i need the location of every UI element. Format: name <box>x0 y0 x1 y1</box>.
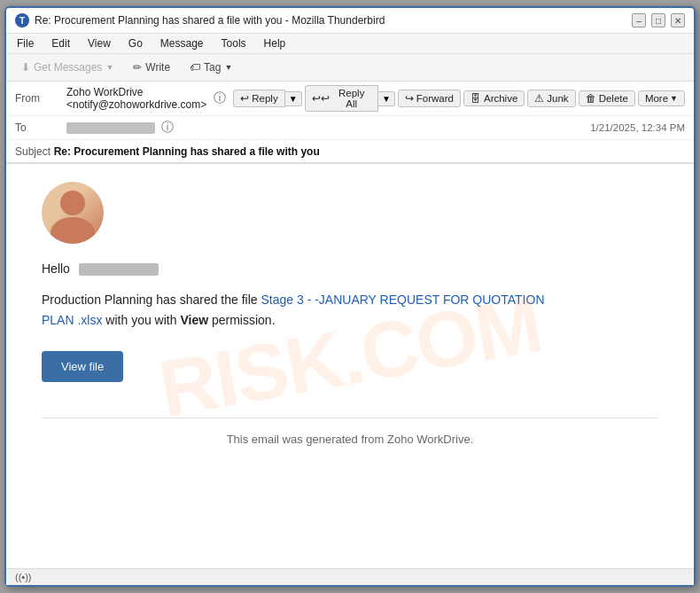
from-row: From Zoho WorkDrive <notify@zohoworkdriv… <box>6 82 694 116</box>
write-button[interactable]: ✏ Write <box>125 58 178 77</box>
menu-bar: File Edit View Go Message Tools Help <box>6 34 694 54</box>
email-header: From Zoho WorkDrive <notify@zohoworkdriv… <box>6 82 694 164</box>
close-button[interactable]: ✕ <box>671 13 685 27</box>
avatar-head <box>60 191 85 215</box>
minimize-button[interactable]: – <box>632 13 646 27</box>
junk-button[interactable]: ⚠ Junk <box>527 90 575 107</box>
app-icon: T <box>15 13 29 27</box>
email-body: RISK.COM Hello Production Planning has s… <box>6 164 694 568</box>
sender-info-icon[interactable]: ⓘ <box>214 90 226 106</box>
connection-icon: ((•)) <box>15 572 32 582</box>
menu-go[interactable]: Go <box>125 35 146 51</box>
subject-value: Re: Procurement Planning has shared a fi… <box>54 145 320 158</box>
subject-label: Subject <box>15 145 51 158</box>
delete-button[interactable]: 🗑 Delete <box>579 90 635 106</box>
from-label: From <box>15 92 59 105</box>
to-row: To ⓘ 1/21/2025, 12:34 PM <box>6 116 694 140</box>
get-messages-arrow-icon: ▼ <box>105 63 113 72</box>
title-bar-left: T Re: Procurement Planning has shared a … <box>15 13 385 27</box>
tag-arrow-icon: ▼ <box>224 63 232 72</box>
reply-action-group: ↩ Reply ▼ <box>233 90 301 107</box>
footer-text: This email was generated from Zoho WorkD… <box>42 433 658 446</box>
reply-button[interactable]: ↩ Reply <box>233 90 284 107</box>
view-file-button[interactable]: View file <box>42 351 123 382</box>
reply-dropdown-button[interactable]: ▼ <box>285 91 302 106</box>
forward-button[interactable]: ↪ Forward <box>398 90 461 107</box>
tag-button[interactable]: 🏷 Tag ▼ <box>182 58 240 77</box>
forward-icon: ↪ <box>405 92 414 105</box>
more-button[interactable]: More ▼ <box>638 90 685 106</box>
window-controls: – □ ✕ <box>632 13 685 27</box>
get-messages-icon: ⬇ <box>21 61 30 74</box>
menu-help[interactable]: Help <box>261 35 290 51</box>
body-paragraph: Production Planning has shared the file … <box>42 290 556 330</box>
from-value: Zoho WorkDrive <notify@zohoworkdrive.com… <box>66 86 206 111</box>
main-toolbar: ⬇ Get Messages ▼ ✏ Write 🏷 Tag ▼ <box>6 54 694 82</box>
main-window: T Re: Procurement Planning has shared a … <box>4 6 696 587</box>
menu-message[interactable]: Message <box>157 35 207 51</box>
reply-all-icon: ↩↩ <box>312 92 330 105</box>
more-chevron-icon: ▼ <box>670 94 678 103</box>
menu-view[interactable]: View <box>84 35 114 51</box>
sender-avatar <box>42 182 104 244</box>
reply-all-dropdown-button[interactable]: ▼ <box>378 91 395 106</box>
reply-icon: ↩ <box>240 92 249 105</box>
reply-all-action-group: ↩↩ Reply All ▼ <box>305 85 395 112</box>
archive-icon: 🗄 <box>471 93 481 104</box>
junk-icon: ⚠ <box>534 92 544 105</box>
menu-file[interactable]: File <box>13 35 37 51</box>
to-value-blurred <box>66 122 155 134</box>
menu-tools[interactable]: Tools <box>218 35 250 51</box>
body-divider <box>42 417 658 418</box>
status-bar: ((•)) <box>6 568 694 585</box>
to-info-icon[interactable]: ⓘ <box>161 120 174 134</box>
recipient-name-blurred <box>79 263 159 276</box>
pencil-icon: ✏ <box>133 61 142 74</box>
archive-button[interactable]: 🗄 Archive <box>463 90 525 106</box>
to-label: To <box>15 121 59 134</box>
email-action-buttons: ↩ Reply ▼ ↩↩ Reply All ▼ ↪ Forward <box>233 85 685 112</box>
tag-icon: 🏷 <box>190 61 200 74</box>
subject-row: Subject Re: Procurement Planning has sha… <box>6 140 694 163</box>
menu-edit[interactable]: Edit <box>48 35 74 51</box>
window-title: Re: Procurement Planning has shared a fi… <box>35 14 385 27</box>
avatar-body <box>51 217 95 244</box>
maximize-button[interactable]: □ <box>651 13 665 27</box>
email-timestamp: 1/21/2025, 12:34 PM <box>590 122 685 133</box>
get-messages-button[interactable]: ⬇ Get Messages ▼ <box>13 58 121 77</box>
delete-icon: 🗑 <box>586 93 596 104</box>
greeting-text: Hello <box>42 261 658 276</box>
reply-all-button[interactable]: ↩↩ Reply All <box>305 85 378 112</box>
title-bar: T Re: Procurement Planning has shared a … <box>6 8 694 34</box>
